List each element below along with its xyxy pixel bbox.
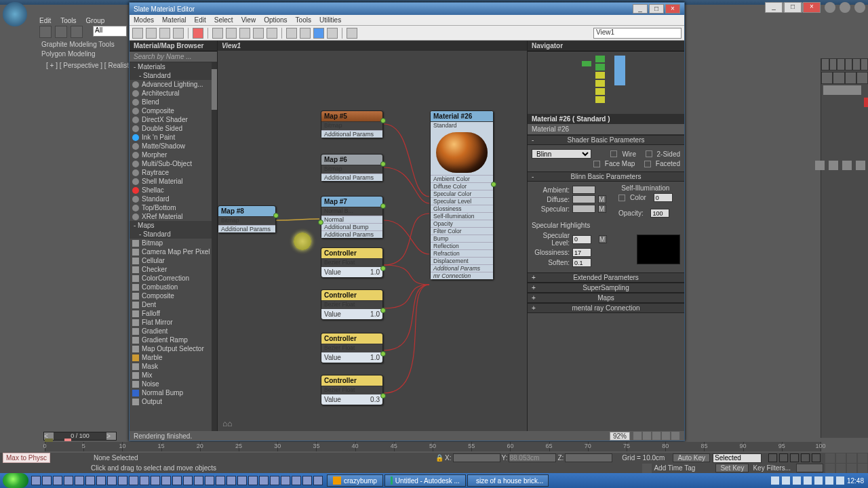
browser-item[interactable]: Multi/Sub-Object (130, 159, 217, 168)
material-slot[interactable]: Displacement (431, 257, 493, 264)
node-map8[interactable]: Map #8 Bitmap Additional Params (218, 205, 276, 233)
coord-x[interactable] (453, 453, 500, 462)
browser-item[interactable]: Top/Bottom (130, 203, 217, 212)
app-menu-orb[interactable] (3, 2, 27, 26)
browser-item[interactable]: Mask (130, 362, 217, 371)
browser-item[interactable]: Dent (130, 300, 217, 309)
tool-icon[interactable] (146, 28, 157, 39)
delete-icon[interactable] (193, 28, 203, 39)
specular-map-button[interactable]: M (598, 205, 606, 213)
browser-item[interactable]: Gradient Ramp (130, 336, 217, 344)
viewport-nav-icon[interactable] (858, 464, 867, 473)
taskbar-item[interactable]: crazybump (327, 474, 383, 487)
close-button[interactable]: × (803, 2, 821, 13)
browser-item[interactable]: Noise (130, 380, 217, 388)
browser-item[interactable]: Standard (130, 195, 217, 203)
quick-launch[interactable] (31, 476, 323, 485)
nav-icon[interactable] (643, 432, 651, 440)
slate-close-button[interactable]: × (665, 4, 680, 14)
coord-y[interactable]: 88.053cm (509, 453, 556, 462)
timeline-key[interactable] (64, 439, 71, 441)
node-map7[interactable]: Map #7 Normal B... Normal Additional Bum… (321, 196, 383, 239)
material-slot[interactable]: Glossiness (431, 205, 493, 212)
timeline-ruler[interactable]: 0510152025303540455055606570758085909510… (45, 442, 821, 451)
start-button[interactable] (3, 473, 28, 488)
viewport-nav-icon[interactable] (825, 453, 835, 463)
browser-item[interactable]: Architectural (130, 89, 217, 98)
coord-z[interactable] (565, 453, 612, 462)
tool-icon[interactable] (313, 28, 324, 39)
zoom-level[interactable]: 92% (610, 432, 630, 441)
browser-item[interactable]: Blend (130, 98, 217, 106)
slate-minimize-button[interactable]: _ (633, 4, 648, 14)
material-slot[interactable]: Diffuse Color (431, 182, 493, 190)
ribbon-tab[interactable]: Graphite Modeling Tools (41, 41, 115, 48)
browser-item[interactable]: ColorCorrection (130, 274, 217, 283)
soften-spinner[interactable] (572, 258, 591, 267)
browser-item[interactable]: Gradient (130, 327, 217, 336)
browser-search[interactable]: Search by Name ... (130, 52, 217, 62)
current-frame-field[interactable] (796, 464, 823, 472)
ribbon-icon[interactable] (55, 26, 67, 38)
browser-tree[interactable]: - Materials - Standard Advanced Lighting… (130, 62, 217, 431)
material-name-field[interactable]: Material #26 (528, 124, 684, 135)
add-time-tag[interactable]: Add Time Tag (654, 464, 695, 472)
faceted-checkbox[interactable] (644, 161, 651, 167)
nav-icon[interactable] (671, 432, 679, 440)
browser-item[interactable]: Marble (130, 353, 217, 362)
browser-item[interactable]: Normal Bump (130, 388, 217, 397)
slate-maximize-button[interactable]: □ (649, 4, 664, 14)
rollout-header[interactable]: SuperSampling (528, 283, 684, 293)
material-slot[interactable]: Ambient Color (431, 175, 493, 182)
specular-swatch[interactable] (572, 205, 595, 213)
command-panel-color[interactable] (864, 98, 868, 107)
node-map6[interactable]: Map #6 Bitmap Additional Params (321, 154, 383, 182)
node-controller-3[interactable]: ControllerBezier Float Value1.0 (321, 333, 383, 363)
time-slider[interactable]: < > 0 / 100 (43, 432, 117, 441)
browser-item[interactable]: Cellular (130, 256, 217, 265)
ambient-swatch[interactable] (572, 186, 595, 194)
tool-icon[interactable] (239, 28, 250, 39)
browser-item[interactable]: Combustion (130, 283, 217, 291)
slate-menu[interactable]: ModesMaterialEditSelectViewOptionsToolsU… (130, 15, 684, 26)
minimize-button[interactable]: _ (765, 2, 783, 13)
command-panel-dropdown[interactable] (823, 85, 861, 95)
node-controller-1[interactable]: ControllerBezier Float Value1.0 (321, 247, 383, 278)
node-controller-4[interactable]: ControllerBezier Float Value0.3 (321, 375, 383, 405)
viewport-nav-icon[interactable] (847, 464, 856, 473)
rollout-shader-basic[interactable]: Shader Basic Parameters (528, 135, 684, 145)
material-slot[interactable]: mr Connection (431, 272, 493, 279)
node-canvas[interactable]: Map #8 Bitmap Additional Params Map #5 B… (218, 51, 527, 431)
facemap-checkbox[interactable] (593, 161, 600, 167)
viewport-nav-icon[interactable] (847, 453, 856, 463)
two-sided-checkbox[interactable] (646, 150, 652, 157)
browser-item[interactable]: Composite (130, 106, 217, 115)
wire-checkbox[interactable] (610, 150, 617, 157)
browser-scrollbar[interactable] (212, 62, 217, 431)
command-panel[interactable] (821, 58, 868, 438)
browser-item[interactable]: Flat Mirror (130, 318, 217, 327)
opacity-spinner[interactable] (650, 209, 669, 218)
tool-icon[interactable] (226, 28, 237, 39)
material-slot[interactable]: Filter Color (431, 227, 493, 235)
windows-taskbar[interactable]: crazybump Untitled - Autodesk ... size o… (0, 473, 868, 488)
browser-item[interactable]: Matte/Shadow (130, 142, 217, 150)
material-slot[interactable]: Specular Level (431, 197, 493, 205)
set-key-button[interactable]: Set Key (715, 464, 749, 472)
tool-icon[interactable] (267, 28, 277, 39)
browser-item[interactable]: Falloff (130, 309, 217, 318)
search-icon[interactable] (347, 28, 357, 39)
tag-icon[interactable] (642, 464, 652, 473)
diffuse-swatch[interactable] (572, 195, 595, 203)
auto-key-button[interactable]: Auto Key (673, 453, 710, 462)
maxscript-button[interactable]: Max to Physc (3, 453, 50, 463)
maximize-button[interactable]: □ (784, 2, 802, 13)
selection-filter-dropdown[interactable]: All (93, 26, 127, 37)
node-map5[interactable]: Map #5 Bitmap Additional Params (321, 110, 383, 138)
browser-item[interactable]: Checker (130, 265, 217, 274)
selfillum-color-checkbox[interactable] (618, 195, 625, 201)
rollout-header[interactable]: mental ray Connection (528, 303, 684, 313)
selfillum-spinner[interactable] (654, 193, 673, 202)
browser-item[interactable]: Shellac (130, 186, 217, 195)
material-slot[interactable]: Opacity (431, 220, 493, 227)
